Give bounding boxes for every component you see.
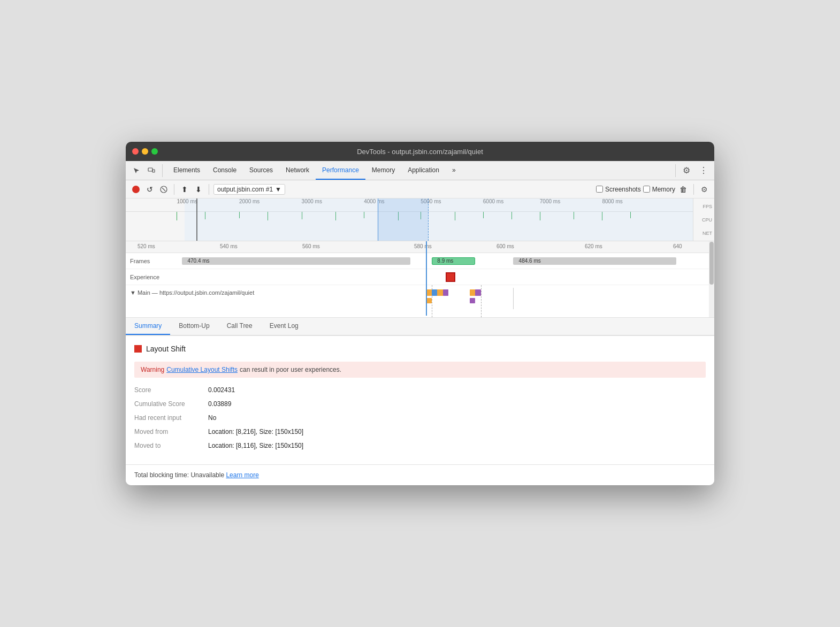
memory-checkbox-group: Memory (643, 186, 675, 193)
tab-sources[interactable]: Sources (243, 161, 279, 180)
detail-mark-600: 600 ms (497, 243, 514, 249)
timeline-selection[interactable] (185, 198, 693, 241)
cumulative-score-value: 0.03889 (208, 400, 231, 408)
tab-more[interactable]: » (446, 161, 462, 180)
profile-select-label: output.jsbin.com #1 (217, 186, 273, 193)
tab-console[interactable]: Console (207, 161, 243, 180)
nav-icons (130, 164, 163, 177)
cpu-label: CPU (702, 217, 712, 223)
flame-bar-7 (426, 298, 432, 303)
tab-network[interactable]: Network (279, 161, 316, 180)
devtools-window: DevTools - output.jsbin.com/zajamil/quie… (126, 142, 714, 485)
bottom-tab-bar: Summary Bottom-Up Call Tree Event Log (126, 318, 714, 336)
detail-mark-640: 640 (673, 243, 682, 249)
profile-select[interactable]: output.jsbin.com #1 ▼ (213, 184, 285, 195)
svg-line-3 (162, 188, 165, 191)
score-label: Score (134, 386, 204, 394)
tab-call-tree[interactable]: Call Tree (218, 318, 261, 335)
detail-mark-520: 520 ms (138, 243, 155, 249)
performance-toolbar: ↺ ⬆ ⬇ output.jsbin.com #1 ▼ Screenshots … (126, 180, 714, 198)
reload-button[interactable]: ↺ (144, 183, 156, 195)
footer-text: Total blocking time: Unavailable (134, 471, 224, 479)
frames-label: Frames (126, 258, 171, 264)
detail-timeline[interactable]: 520 ms 540 ms 560 ms 580 ms 600 ms 620 m… (126, 241, 714, 318)
cursor-line (196, 198, 197, 241)
tab-bottom-up[interactable]: Bottom-Up (170, 318, 218, 335)
cls-link[interactable]: Cumulative Layout Shifts (166, 366, 238, 373)
recent-input-value: No (208, 414, 216, 422)
frame-val-3: 484.6 ms (519, 258, 541, 264)
close-button[interactable] (132, 148, 139, 155)
layout-shift-header: Layout Shift (134, 345, 706, 353)
svg-rect-1 (152, 170, 155, 172)
moved-to-label: Moved to (134, 442, 204, 449)
trash-icon[interactable]: 🗑 (677, 183, 689, 195)
tab-summary[interactable]: Summary (126, 318, 170, 335)
footer: Total blocking time: Unavailable Learn m… (126, 464, 714, 485)
experience-content (171, 269, 714, 285)
cpu-spike (513, 288, 514, 309)
title-bar: DevTools - output.jsbin.com/zajamil/quie… (126, 142, 714, 161)
dotted-line-2 (481, 285, 482, 317)
frame-bar-1 (182, 257, 410, 265)
detail-ruler: 520 ms 540 ms 560 ms 580 ms 600 ms 620 m… (126, 241, 714, 253)
frame-val-1: 470.4 ms (187, 258, 209, 264)
warning-label: Warning (141, 366, 164, 373)
tab-application[interactable]: Application (401, 161, 446, 180)
tab-elements[interactable]: Elements (167, 161, 207, 180)
net-label: NET (702, 231, 712, 236)
main-row: ▼ Main — https://output.jsbin.com/zajami… (126, 285, 714, 317)
score-field: Score 0.002431 (134, 386, 706, 394)
more-icon[interactable]: ⋮ (697, 164, 710, 177)
minimize-button[interactable] (142, 148, 148, 155)
layout-shift-icon (134, 345, 142, 353)
record-button[interactable] (130, 183, 142, 195)
recent-input-label: Had recent input (134, 414, 204, 422)
settings-icon[interactable]: ⚙ (680, 164, 693, 177)
screenshots-checkbox[interactable] (596, 186, 603, 193)
detail-mark-580: 580 ms (414, 243, 432, 249)
chevron-down-icon: ▼ (275, 186, 281, 193)
cursor-icon[interactable] (130, 164, 143, 177)
moved-from-value: Location: [8,216], Size: [150x150] (208, 428, 303, 435)
memory-checkbox[interactable] (643, 186, 650, 193)
screenshots-label: Screenshots (605, 186, 641, 193)
overview-timeline[interactable]: 1000 ms 2000 ms 3000 ms 4000 ms 5000 ms … (126, 198, 714, 241)
maximize-button[interactable] (151, 148, 158, 155)
moved-to-field: Moved to Location: [8,116], Size: [150x1… (134, 442, 706, 449)
layout-shift-title: Layout Shift (146, 345, 186, 353)
flame-bar-2 (432, 289, 437, 296)
main-label: ▼ Main — https://output.jsbin.com/zajami… (126, 285, 171, 296)
nav-bar: Elements Console Sources Network Perform… (126, 161, 714, 180)
layout-shift-marker (446, 272, 455, 282)
cumulative-score-label: Cumulative Score (134, 400, 204, 408)
moved-to-value: Location: [8,116], Size: [150x150] (208, 442, 303, 449)
experience-row: Experience (126, 269, 714, 285)
separator-2 (209, 184, 209, 195)
upload-button[interactable]: ⬆ (179, 183, 190, 195)
tab-memory[interactable]: Memory (365, 161, 401, 180)
selection-range (378, 198, 429, 241)
fps-label: FPS (702, 204, 712, 209)
warning-text: can result in poor user experiences. (240, 366, 341, 373)
separator-1 (174, 184, 174, 195)
scrollbar-thumb (709, 242, 714, 285)
frames-content: 470.4 ms 8.9 ms 484.6 ms (171, 253, 714, 269)
tab-event-log[interactable]: Event Log (261, 318, 307, 335)
detail-scrollbar[interactable] (709, 241, 714, 317)
flame-bar-6 (475, 289, 480, 296)
memory-label: Memory (652, 186, 675, 193)
settings-button[interactable]: ⚙ (698, 183, 710, 195)
tab-performance[interactable]: Performance (316, 161, 365, 180)
clear-button[interactable] (158, 183, 170, 195)
flame-bar-4 (443, 289, 448, 296)
learn-more-link[interactable]: Learn more (226, 471, 258, 479)
nav-tabs: Elements Console Sources Network Perform… (167, 161, 675, 180)
window-title: DevTools - output.jsbin.com/zajamil/quie… (357, 148, 483, 156)
device-icon[interactable] (145, 164, 158, 177)
moved-from-field: Moved from Location: [8,216], Size: [150… (134, 428, 706, 435)
download-button[interactable]: ⬇ (193, 183, 204, 195)
moved-from-label: Moved from (134, 428, 204, 435)
traffic-lights (132, 148, 158, 155)
flame-bar-8 (470, 298, 475, 303)
